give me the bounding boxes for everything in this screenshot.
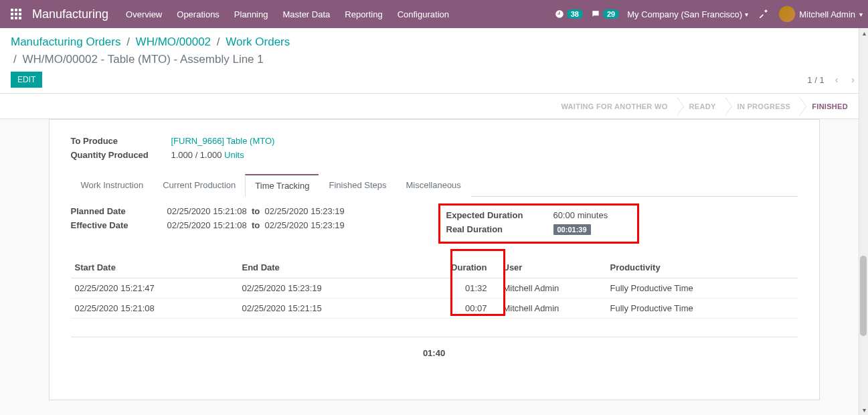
qty-produced-label: Quantity Produced <box>71 150 171 160</box>
pager-text: 1 / 1 <box>807 75 824 85</box>
effective-to: 02/25/2020 15:23:19 <box>265 220 345 230</box>
menu-reporting[interactable]: Reporting <box>338 1 389 27</box>
status-sep <box>677 97 684 116</box>
tabs: Work Instruction Current Production Time… <box>71 173 798 197</box>
real-duration-label: Real Duration <box>446 224 553 234</box>
tab-time-tracking[interactable]: Time Tracking <box>245 174 319 197</box>
chat-indicator[interactable]: 29 <box>591 9 619 19</box>
status-inprogress[interactable]: IN PROGRESS <box>732 102 800 110</box>
time-tracking-table: Start Date End Date Duration User Produc… <box>71 257 798 337</box>
menu-operations[interactable]: Operations <box>170 1 226 27</box>
activity-badge: 38 <box>567 9 583 19</box>
crumb-current: WH/MO/00002 - Table (MTO) - Assembly Lin… <box>22 53 263 66</box>
company-name: My Company (San Francisco) <box>627 9 742 19</box>
top-menu: Overview Operations Planning Master Data… <box>119 1 456 27</box>
status-bar: WAITING FOR ANOTHER WO READY IN PROGRESS… <box>0 94 868 119</box>
tab-work-instruction[interactable]: Work Instruction <box>71 174 154 197</box>
user-name: Mitchell Admin <box>799 9 855 19</box>
user-menu[interactable]: Mitchell Admin ▾ <box>779 6 863 22</box>
crumb-mfg-orders[interactable]: Manufacturing Orders <box>11 35 120 48</box>
debug-icon[interactable] <box>756 9 771 20</box>
crumb-mo-number[interactable]: WH/MO/00002 <box>136 35 211 48</box>
real-duration-badge: 00:01:39 <box>553 224 591 235</box>
status-sep <box>800 97 806 116</box>
vertical-scrollbar[interactable]: ▴ ▾ <box>859 28 868 400</box>
menu-overview[interactable]: Overview <box>119 1 169 27</box>
effective-from: 02/25/2020 15:21:08 <box>167 220 247 230</box>
clock-icon <box>555 9 564 19</box>
qty-produced-value: 1.000 / 1.000 <box>171 150 222 160</box>
highlight-duration-fields <box>438 203 639 244</box>
table-row[interactable]: 02/25/2020 15:21:08 02/25/2020 15:21:15 … <box>71 299 798 319</box>
breadcrumb: Manufacturing Orders / WH/MO/00002 / Wor… <box>11 33 290 68</box>
status-sep <box>725 97 732 116</box>
effective-date-label: Effective Date <box>71 220 167 230</box>
activity-indicator[interactable]: 38 <box>555 9 583 19</box>
edit-button[interactable]: EDIT <box>11 72 42 88</box>
form-sheet: To Produce [FURN_9666] Table (MTO) Quant… <box>49 119 820 400</box>
th-end[interactable]: End Date <box>238 257 412 278</box>
planned-to: 02/25/2020 15:23:19 <box>265 206 345 216</box>
tab-finished-steps[interactable]: Finished Steps <box>319 174 396 197</box>
menu-configuration[interactable]: Configuration <box>391 1 456 27</box>
planned-from: 02/25/2020 15:21:08 <box>167 206 247 216</box>
topbar: Manufacturing Overview Operations Planni… <box>0 0 868 28</box>
to-produce-label: To Produce <box>71 136 171 146</box>
th-start[interactable]: Start Date <box>71 257 238 278</box>
crumb-work-orders[interactable]: Work Orders <box>226 35 290 48</box>
app-title[interactable]: Manufacturing <box>32 7 108 21</box>
duration-total: 01:40 <box>71 337 798 358</box>
qty-unit[interactable]: Units <box>224 150 244 160</box>
table-row[interactable]: 02/25/2020 15:21:47 02/25/2020 15:23:19 … <box>71 278 798 299</box>
status-waiting[interactable]: WAITING FOR ANOTHER WO <box>556 102 677 110</box>
status-ready[interactable]: READY <box>684 102 725 110</box>
chat-icon <box>591 9 600 19</box>
chevron-down-icon: ▾ <box>859 11 863 18</box>
control-panel: Manufacturing Orders / WH/MO/00002 / Wor… <box>0 28 868 94</box>
tab-current-production[interactable]: Current Production <box>153 174 246 197</box>
planned-date-label: Planned Date <box>71 206 167 216</box>
wrench-icon <box>759 9 768 18</box>
tab-miscellaneous[interactable]: Miscellaneous <box>396 174 470 197</box>
to-produce-value[interactable]: [FURN_9666] Table (MTO) <box>171 136 275 146</box>
apps-menu-icon[interactable] <box>5 3 27 25</box>
avatar <box>779 6 795 22</box>
scroll-thumb[interactable] <box>860 256 867 336</box>
company-selector[interactable]: My Company (San Francisco) ▾ <box>627 9 748 19</box>
th-productivity[interactable]: Productivity <box>606 257 798 278</box>
pager-prev-icon[interactable]: ‹ <box>833 72 841 88</box>
menu-masterdata[interactable]: Master Data <box>276 1 337 27</box>
pager-next-icon[interactable]: › <box>849 72 857 88</box>
status-finished[interactable]: FINISHED <box>806 102 857 110</box>
th-duration[interactable]: Duration <box>412 257 499 278</box>
expected-duration-value: 60:00 minutes <box>553 210 608 220</box>
chat-badge: 29 <box>603 9 619 19</box>
expected-duration-label: Expected Duration <box>446 210 553 220</box>
menu-planning[interactable]: Planning <box>228 1 275 27</box>
scroll-up-icon[interactable]: ▴ <box>863 29 866 37</box>
chevron-down-icon: ▾ <box>745 11 748 18</box>
th-user[interactable]: User <box>499 257 606 278</box>
